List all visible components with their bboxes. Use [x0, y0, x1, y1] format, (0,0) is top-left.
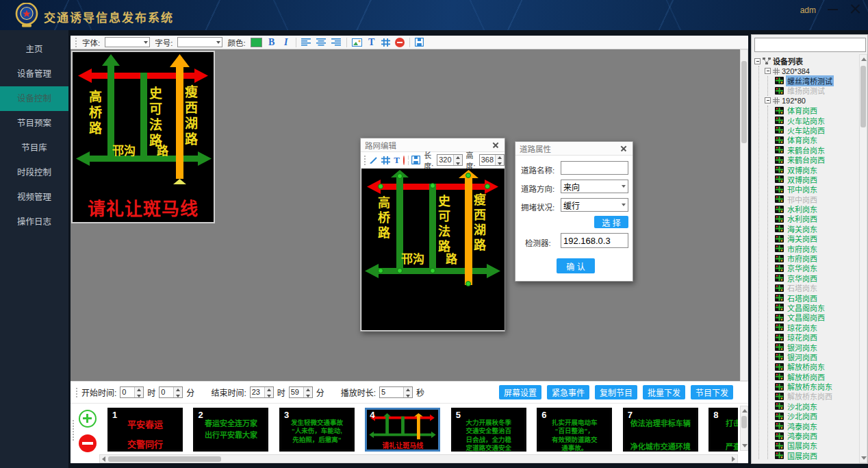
- collapse-icon[interactable]: [754, 58, 761, 64]
- device-tree-item[interactable]: 水利岗东: [775, 204, 867, 214]
- device-tree-item[interactable]: 海关岗东: [775, 224, 867, 234]
- device-group[interactable]: 192*80: [765, 96, 867, 106]
- start-hour-stepper[interactable]: 0: [120, 386, 144, 398]
- sidebar-item[interactable]: 设备管理: [0, 62, 68, 86]
- sidebar-item[interactable]: 操作日志: [0, 210, 68, 234]
- device-tree-item[interactable]: 来鹤台岗西: [775, 155, 867, 164]
- collapse-icon[interactable]: [765, 68, 771, 74]
- device-tree-item[interactable]: 解放桥岗东: [775, 362, 867, 371]
- program-thumbnail[interactable]: 6 扎实开展电动车 “百日整治”， 有效预防道路交 通事故。: [537, 408, 612, 452]
- spin-up-button[interactable]: [304, 387, 312, 393]
- canvas-scrollbar[interactable]: [740, 49, 748, 381]
- device-tree-item[interactable]: 琼花岗西: [775, 332, 867, 342]
- spin-down-button[interactable]: [304, 393, 312, 398]
- device-tree-item[interactable]: 沙北岗西: [775, 411, 867, 421]
- spin-up-button[interactable]: [404, 387, 412, 393]
- spin-down-button[interactable]: [404, 393, 412, 398]
- device-tree-item[interactable]: 文昌阁岗东: [775, 303, 867, 312]
- save-icon[interactable]: [411, 156, 420, 164]
- font-size-select[interactable]: [177, 37, 222, 47]
- device-tree-item[interactable]: 国展岗东: [775, 441, 867, 450]
- program-thumbnail[interactable]: 2 春运安全连万家 出行平安靠大家: [193, 408, 268, 452]
- program-thumbnail[interactable]: 3 发生轻微交通事故 “人未伤，车能动, 先拍照，后撤离”: [279, 408, 355, 452]
- program-thumbnail[interactable]: 8 打击改装“炸 严查严惩“机: [709, 408, 738, 452]
- spin-up-button[interactable]: [454, 155, 462, 160]
- device-tree-item[interactable]: 鸿泰岗东: [775, 421, 867, 430]
- close-icon[interactable]: [491, 140, 500, 150]
- device-tree-item[interactable]: 邗中岗西: [775, 194, 867, 204]
- device-tree-item[interactable]: 银河岗西: [775, 352, 867, 362]
- program-thumbnail[interactable]: 7 依法治理非标车辆 净化城市交通环境: [623, 408, 698, 452]
- insert-image-button[interactable]: [352, 38, 362, 47]
- action-button[interactable]: 节目下发: [691, 385, 733, 399]
- align-left-button[interactable]: [301, 38, 311, 46]
- scrollbar-thumb[interactable]: [741, 416, 747, 428]
- sidebar-item[interactable]: 设备控制: [0, 86, 68, 111]
- pen-tool-icon[interactable]: [369, 156, 378, 164]
- scroll-right-icon[interactable]: [732, 456, 735, 462]
- device-tree-item[interactable]: 火车站岗西: [775, 125, 867, 135]
- device-tree-item[interactable]: 螺丝湾桥测试: [775, 76, 867, 86]
- spin-up-button[interactable]: [265, 387, 273, 393]
- program-thumbnail[interactable]: 1 平安春运 交警同行: [107, 408, 183, 452]
- device-tree-item[interactable]: 琼花岗东: [775, 323, 867, 332]
- spin-up-button[interactable]: [496, 155, 504, 160]
- text-tool-button[interactable]: T: [367, 37, 376, 48]
- action-button[interactable]: 批量下发: [643, 385, 685, 399]
- spin-down-button[interactable]: [265, 393, 273, 398]
- scroll-up-icon[interactable]: [861, 58, 867, 61]
- device-tree-item[interactable]: 解放桥东岗东: [775, 382, 867, 391]
- road-network-tool-icon[interactable]: [381, 156, 390, 164]
- color-swatch[interactable]: [251, 38, 262, 47]
- spin-up-button[interactable]: [135, 387, 143, 393]
- device-tree-item[interactable]: 石塔岗东: [775, 283, 867, 293]
- confirm-button[interactable]: 确 认: [557, 258, 595, 273]
- device-tree-item[interactable]: 市府岗东: [775, 243, 867, 253]
- road-name-input[interactable]: [561, 161, 628, 175]
- scroll-up-icon[interactable]: [742, 409, 748, 412]
- scroll-left-icon[interactable]: [102, 456, 105, 462]
- led-sign-preview[interactable]: 高桥路 史可法路 瘦西湖路 邗沟 路 请礼让斑马线: [71, 51, 215, 223]
- playlist-horizontal-scrollbar[interactable]: [99, 454, 738, 463]
- device-tree-item[interactable]: 鸿泰岗西: [775, 431, 867, 441]
- bold-button[interactable]: B: [267, 37, 277, 48]
- remove-program-button[interactable]: [79, 434, 97, 452]
- device-tree-item[interactable]: 邗中岗东: [775, 184, 867, 194]
- action-button[interactable]: 复制节目: [595, 385, 637, 399]
- scroll-down-icon[interactable]: [742, 444, 748, 447]
- end-minute-stepper[interactable]: 59: [289, 386, 313, 398]
- length-stepper[interactable]: 320: [437, 154, 462, 166]
- sidebar-item[interactable]: 节目库: [0, 136, 68, 160]
- road-direction-select[interactable]: 来向: [561, 180, 628, 193]
- scrollbar-thumb[interactable]: [860, 66, 866, 127]
- device-tree-item[interactable]: 石塔岗西: [775, 293, 867, 302]
- device-tree-item[interactable]: 双博岗东: [775, 164, 867, 174]
- minimize-button[interactable]: [826, 1, 841, 16]
- program-thumbnail[interactable]: 5 大力开展秋冬季 交通安全整治百 日会战，全力稳 定道路交通安全 形势！: [451, 408, 526, 452]
- road-network-edit-canvas[interactable]: 高桥路 史可法路 瘦西湖路 邗沟 路: [361, 169, 505, 330]
- height-stepper[interactable]: 368: [479, 154, 505, 166]
- device-tree-item[interactable]: 海关岗西: [775, 234, 867, 243]
- device-tree-item[interactable]: 体育岗西: [775, 106, 867, 115]
- select-detector-button[interactable]: 选 择: [594, 216, 628, 228]
- program-thumbnail[interactable]: 4 请礼让斑马线: [365, 408, 440, 452]
- device-tree-item[interactable]: 维扬岗测试: [775, 86, 867, 95]
- align-right-button[interactable]: [331, 38, 342, 46]
- device-tree-scrollbar[interactable]: [859, 54, 867, 463]
- road-network-tool-icon[interactable]: [381, 38, 390, 47]
- scrollbar-thumb[interactable]: [741, 61, 747, 143]
- scroll-down-icon[interactable]: [861, 456, 867, 460]
- detector-input[interactable]: [561, 233, 628, 248]
- end-hour-stepper[interactable]: 23: [250, 386, 274, 398]
- device-tree-item[interactable]: 沙北岗东: [775, 402, 867, 411]
- align-center-button[interactable]: [316, 38, 327, 46]
- close-icon[interactable]: [619, 144, 628, 153]
- device-tree-item[interactable]: 京华岗东: [775, 263, 867, 273]
- device-search-input[interactable]: [754, 38, 866, 52]
- italic-button[interactable]: I: [281, 37, 291, 48]
- action-button[interactable]: 屏幕设置: [499, 385, 541, 399]
- sidebar-item[interactable]: 视频管理: [0, 185, 68, 210]
- device-tree-item[interactable]: 解放桥岗西: [775, 372, 867, 382]
- device-tree-item[interactable]: 火车站岗东: [775, 115, 867, 125]
- device-tree-item[interactable]: 体育岗东: [775, 135, 867, 145]
